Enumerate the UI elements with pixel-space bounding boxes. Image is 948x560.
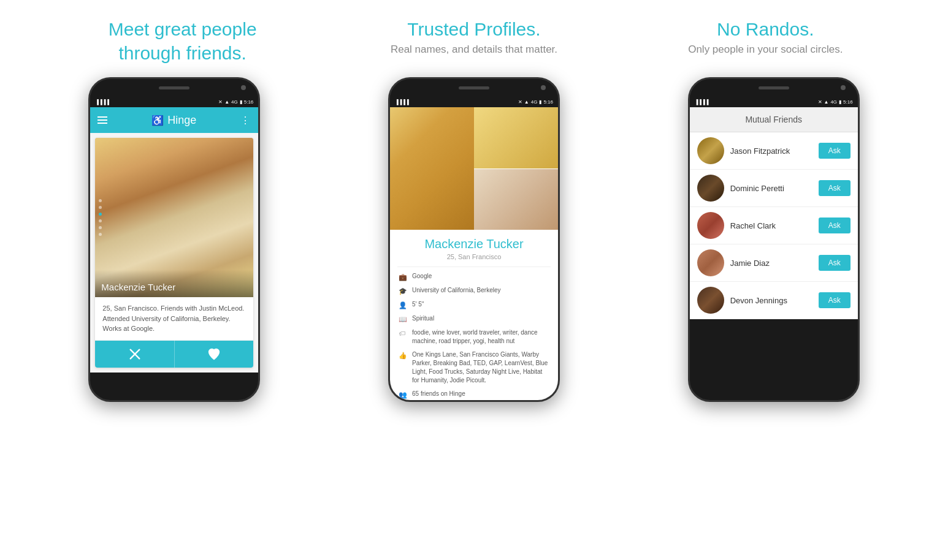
phone2: ▐▐▐▐ ✕ ▲ 4G ▮ 5:16 Mackenzie Tucker 25, …	[388, 77, 560, 402]
phone2-status-left: ▐▐▐▐	[395, 99, 409, 105]
profile-divider	[397, 267, 551, 267]
phone3-speaker	[759, 86, 789, 89]
phone3-camera	[841, 85, 846, 90]
detail-education-text: University of California, Berkeley	[412, 286, 501, 295]
feature-no-randos: No Randos. Only people in your social ci…	[620, 17, 911, 65]
detail-work: 💼 Google	[399, 272, 549, 281]
avatar-jason	[697, 137, 724, 164]
signal-icon-2: ▐▐▐▐	[395, 99, 409, 105]
detail-friends-text: 65 friends on Hinge	[412, 390, 465, 398]
phone1-top	[90, 79, 258, 96]
profile-name-card1: Mackenzie Tucker	[101, 282, 175, 292]
detail-friends: 👥 65 friends on Hinge	[399, 390, 549, 399]
detail-education: 🎓 University of California, Berkeley	[399, 286, 549, 295]
network-icon-2: 4G	[531, 99, 538, 105]
wifi-icon: ▲	[224, 99, 229, 105]
pass-button[interactable]	[95, 341, 175, 368]
profile-image-container: Mackenzie Tucker	[95, 138, 253, 297]
detail-likes-text: One Kings Lane, San Francisco Giants, Wa…	[412, 350, 549, 385]
height-icon: 👤	[399, 301, 407, 309]
action-buttons	[95, 340, 253, 368]
phone3-top	[690, 79, 858, 96]
friend-item-4: Jamie Diaz Ask	[690, 244, 858, 282]
phone3-status-bar: ▐▐▐▐ ✕ ▲ 4G ▮ 5:16	[690, 96, 858, 107]
friend-name-5: Devon Jennings	[730, 296, 812, 305]
phone1-status-left: ▐▐▐▐	[95, 99, 109, 105]
avatar-rachel	[697, 212, 724, 239]
feature-meet-friends-heading: Meet great people through friends.	[37, 17, 328, 65]
signal-icon: ▐▐▐▐	[95, 99, 109, 105]
avatar-jamie	[697, 249, 724, 276]
people-icon: 👥	[399, 390, 407, 399]
graduation-icon: 🎓	[399, 287, 407, 295]
dot-2	[99, 206, 102, 209]
mutual-friends-header: Mutual Friends	[690, 107, 858, 132]
phones-section: ▐▐▐▐ ✕ ▲ 4G ▮ 5:16 ♿ Hinge	[0, 77, 948, 560]
ask-button-devon[interactable]: Ask	[819, 292, 851, 308]
profile-card-1: Mackenzie Tucker 25, San Francisco. Frie…	[95, 138, 253, 368]
phone1: ▐▐▐▐ ✕ ▲ 4G ▮ 5:16 ♿ Hinge	[88, 77, 260, 402]
phone1-status-right: ✕ ▲ 4G ▮ 5:16	[218, 99, 253, 105]
friend-item-2: Dominic Peretti Ask	[690, 170, 858, 207]
detail-religion-text: Spiritual	[412, 314, 434, 323]
hinge-symbol-icon: ♿	[151, 115, 164, 126]
network-icon: 4G	[231, 99, 238, 105]
photo-top-right	[474, 107, 558, 169]
phone1-status-bar: ▐▐▐▐ ✕ ▲ 4G ▮ 5:16	[90, 96, 258, 107]
wifi-icon-3: ▲	[824, 99, 829, 105]
avatar-dominic	[697, 175, 724, 202]
ask-button-rachel[interactable]: Ask	[819, 218, 851, 233]
photo-main	[390, 107, 474, 230]
phone2-top	[390, 79, 558, 96]
dot-6	[99, 233, 102, 236]
friend-item-5: Devon Jennings Ask	[690, 282, 858, 319]
battery-icon-2: ▮	[539, 99, 541, 105]
profile-name-overlay: Mackenzie Tucker	[95, 270, 253, 297]
phone2-camera	[541, 85, 546, 90]
book-icon: 📖	[399, 315, 407, 324]
mute-icon-2: ✕	[518, 99, 522, 105]
heart-icon	[207, 347, 221, 361]
time-display-2: 5:16	[543, 99, 553, 105]
phone3-status-left: ▐▐▐▐	[695, 99, 709, 105]
phone1-camera	[241, 85, 246, 90]
time-display: 5:16	[244, 99, 254, 105]
phone3: ▐▐▐▐ ✕ ▲ 4G ▮ 5:16 Mutual Friends Jason …	[688, 77, 860, 402]
dot-3	[99, 213, 102, 216]
phone2-screen: Mackenzie Tucker 25, San Francisco 💼 Goo…	[390, 107, 558, 402]
phone1-wrapper: ▐▐▐▐ ✕ ▲ 4G ▮ 5:16 ♿ Hinge	[25, 77, 324, 402]
time-display-3: 5:16	[843, 99, 853, 105]
friend-list: Jason Fitzpatrick Ask Dominic Peretti As…	[690, 132, 858, 319]
ask-button-jamie[interactable]: Ask	[819, 255, 851, 271]
hinge-header: ♿ Hinge ⋮	[90, 107, 258, 133]
phone3-status-right: ✕ ▲ 4G ▮ 5:16	[818, 99, 853, 105]
friend-name-2: Dominic Peretti	[730, 184, 812, 193]
dot-5	[99, 226, 102, 229]
photo-dots	[99, 199, 102, 236]
photo-bottom-right	[474, 169, 558, 230]
profile-description: 25, San Francisco. Friends with Justin M…	[102, 305, 244, 332]
feature-meet-friends: Meet great people through friends.	[37, 17, 328, 65]
phone2-status-right: ✕ ▲ 4G ▮ 5:16	[518, 99, 553, 105]
detail-height: 👤 5' 5"	[399, 300, 549, 309]
mute-icon: ✕	[218, 99, 223, 105]
ask-button-dominic[interactable]: Ask	[819, 180, 851, 196]
battery-icon-3: ▮	[839, 99, 841, 105]
ask-button-jason[interactable]: Ask	[819, 143, 851, 159]
friend-name-3: Rachel Clark	[730, 221, 812, 230]
hamburger-menu-icon[interactable]	[97, 116, 107, 124]
like-button[interactable]	[175, 341, 254, 368]
friend-item-3: Rachel Clark Ask	[690, 207, 858, 244]
battery-icon: ▮	[240, 99, 242, 105]
detail-work-text: Google	[412, 272, 432, 281]
more-options-icon[interactable]: ⋮	[240, 115, 251, 126]
tag-icon: 🏷	[399, 329, 407, 338]
detail-list: 💼 Google 🎓 University of California, Ber…	[390, 272, 558, 402]
features-header: Meet great people through friends. Trust…	[0, 0, 948, 77]
mute-icon-3: ✕	[818, 99, 822, 105]
detail-religion: 📖 Spiritual	[399, 314, 549, 324]
feature-no-randos-heading: No Randos.	[620, 17, 911, 41]
feature-no-randos-sub: Only people in your social circles.	[620, 44, 911, 56]
avatar-devon	[697, 287, 724, 314]
friend-item-1: Jason Fitzpatrick Ask	[690, 132, 858, 170]
